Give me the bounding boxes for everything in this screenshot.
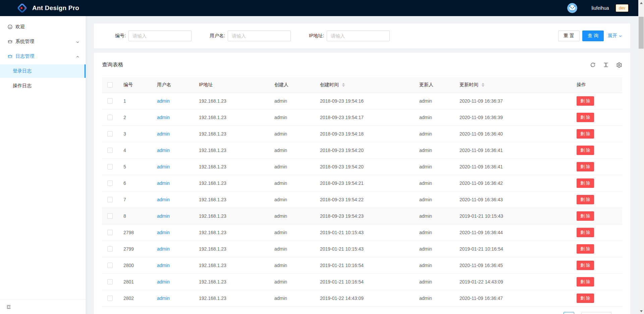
table-row: 4admin192.168.1.23admin2018-09-23 19:54:… xyxy=(102,142,622,158)
row-checkbox[interactable] xyxy=(107,131,113,137)
delete-button[interactable]: 删 除 xyxy=(577,277,594,286)
scroll-up-arrow-icon[interactable] xyxy=(638,0,644,6)
delete-button[interactable]: 删 除 xyxy=(577,146,594,155)
row-checkbox[interactable] xyxy=(107,246,113,252)
username-link[interactable]: admin xyxy=(157,131,170,137)
cell-username: admin xyxy=(152,241,194,257)
column-header-label: 更新时间 xyxy=(460,82,566,88)
cell-id: 5 xyxy=(118,158,152,175)
cell-ip: 192.168.1.23 xyxy=(194,125,269,142)
username-link[interactable]: admin xyxy=(157,164,170,169)
username[interactable]: liufeihua xyxy=(591,5,609,11)
cell-updated: 2020-11-09 16:36:42 xyxy=(454,175,571,191)
reload-icon[interactable] xyxy=(590,62,596,68)
field-id-label: 编号: xyxy=(115,33,126,39)
sorter-icon[interactable] xyxy=(342,83,345,87)
delete-button[interactable]: 删 除 xyxy=(577,178,594,188)
cell-action: 删 除 xyxy=(571,125,622,142)
ip-input[interactable] xyxy=(327,31,390,41)
id-input[interactable] xyxy=(128,31,192,41)
column-header-ip: IP地址 xyxy=(194,77,269,93)
cell-action: 删 除 xyxy=(571,241,622,257)
sidebar-item-operation-log[interactable]: 操作日志 xyxy=(0,79,86,93)
field-ip-label: IP地址: xyxy=(309,33,324,39)
reset-button[interactable]: 重 置 xyxy=(558,31,580,41)
scroll-down-arrow-icon[interactable] xyxy=(638,308,644,314)
row-checkbox[interactable] xyxy=(107,263,113,268)
density-icon[interactable] xyxy=(603,62,609,68)
row-checkbox[interactable] xyxy=(107,180,113,186)
delete-button[interactable]: 删 除 xyxy=(577,129,594,139)
page-scrollbar[interactable] xyxy=(638,0,644,314)
cell-ip: 192.168.1.23 xyxy=(194,290,269,306)
cell-updater: admin xyxy=(414,125,454,142)
app-header: Ant Design Pro liufeihua dev xyxy=(0,0,644,16)
username-link[interactable]: admin xyxy=(157,230,170,235)
delete-button[interactable]: 删 除 xyxy=(577,162,594,171)
cell-id: 2799 xyxy=(118,241,152,257)
sidebar-item-log-management[interactable]: 日志管理 xyxy=(0,50,86,63)
column-header-created[interactable]: 创建时间 xyxy=(315,77,414,93)
username-link[interactable]: admin xyxy=(157,197,170,202)
username-input[interactable] xyxy=(228,31,291,41)
table-card: 查询表格 xyxy=(94,53,630,314)
cell-id: 1 xyxy=(118,93,152,109)
username-link[interactable]: admin xyxy=(157,115,170,120)
settings-gear-icon[interactable] xyxy=(616,62,622,68)
cell-updated: 2020-11-09 16:36:40 xyxy=(454,125,571,142)
delete-button[interactable]: 删 除 xyxy=(577,228,594,237)
column-header-updated[interactable]: 更新时间 xyxy=(454,77,571,93)
delete-button[interactable]: 删 除 xyxy=(577,244,594,254)
query-button[interactable]: 查 询 xyxy=(582,31,604,41)
username-link[interactable]: admin xyxy=(157,213,170,219)
expand-link[interactable]: 展开 xyxy=(608,33,622,39)
row-checkbox[interactable] xyxy=(107,98,113,104)
cell-updater: admin xyxy=(414,273,454,290)
table-row: 2798admin192.168.1.23admin2019-01-21 10:… xyxy=(102,224,622,241)
logo[interactable]: Ant Design Pro xyxy=(17,3,79,13)
username-link[interactable]: admin xyxy=(157,279,170,284)
username-link[interactable]: admin xyxy=(157,246,170,252)
cell-id: 2802 xyxy=(118,290,152,306)
menu-fold-icon[interactable] xyxy=(6,304,11,310)
table-row: 2admin192.168.1.23admin2018-09-23 19:54:… xyxy=(102,109,622,125)
sidebar-item-welcome[interactable]: 欢迎 xyxy=(0,20,86,34)
crown-icon xyxy=(7,39,13,44)
scrollbar-thumb[interactable] xyxy=(639,17,644,49)
row-checkbox[interactable] xyxy=(107,213,113,219)
row-checkbox[interactable] xyxy=(107,296,113,301)
cell-username: admin xyxy=(152,109,194,125)
cell-action: 删 除 xyxy=(571,208,622,224)
row-checkbox[interactable] xyxy=(107,148,113,153)
table-toolbar: 查询表格 xyxy=(102,53,622,77)
select-all-checkbox[interactable] xyxy=(107,82,113,88)
delete-button[interactable]: 删 除 xyxy=(577,294,594,303)
avatar[interactable] xyxy=(567,3,577,13)
cell-updater: admin xyxy=(414,175,454,191)
cell-updated: 2020-11-09 16:36:44 xyxy=(454,224,571,241)
pagination-page-button[interactable] xyxy=(564,312,574,314)
username-link[interactable]: admin xyxy=(157,263,170,268)
row-checkbox[interactable] xyxy=(107,164,113,169)
username-link[interactable]: admin xyxy=(157,296,170,301)
row-checkbox[interactable] xyxy=(107,197,113,202)
row-select-cell xyxy=(102,290,118,306)
delete-button[interactable]: 删 除 xyxy=(577,113,594,122)
delete-button[interactable]: 删 除 xyxy=(577,195,594,204)
username-link[interactable]: admin xyxy=(157,98,170,104)
sidebar-item-login-log[interactable]: 登录日志 xyxy=(0,64,86,78)
delete-button[interactable]: 删 除 xyxy=(577,261,594,270)
row-checkbox[interactable] xyxy=(107,279,113,284)
delete-button[interactable]: 删 除 xyxy=(577,96,594,106)
cell-action: 删 除 xyxy=(571,191,622,208)
row-checkbox[interactable] xyxy=(107,230,113,235)
delete-button[interactable]: 删 除 xyxy=(577,211,594,221)
app-title: Ant Design Pro xyxy=(32,4,79,12)
sorter-icon[interactable] xyxy=(482,83,484,87)
sidebar-item-system-management[interactable]: 系统管理 xyxy=(0,35,86,48)
username-link[interactable]: admin xyxy=(157,180,170,186)
username-link[interactable]: admin xyxy=(157,148,170,153)
pagination-size-select[interactable] xyxy=(581,312,611,314)
row-checkbox[interactable] xyxy=(107,115,113,120)
cell-created: 2018-09-23 19:54:22 xyxy=(315,191,414,208)
